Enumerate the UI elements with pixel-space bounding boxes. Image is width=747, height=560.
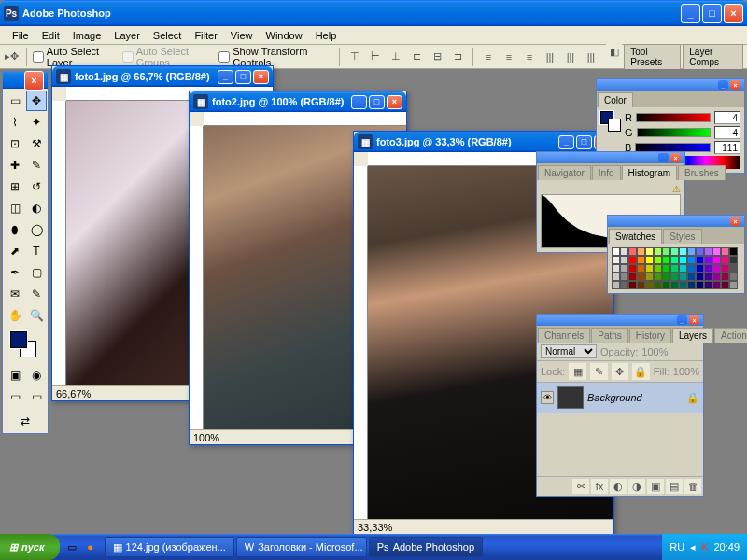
- swatch[interactable]: [696, 256, 704, 264]
- swatch[interactable]: [687, 247, 696, 256]
- swatch[interactable]: [612, 273, 620, 281]
- lock-all-icon[interactable]: 🔒: [632, 363, 650, 380]
- opacity-value[interactable]: 100%: [641, 346, 668, 357]
- swatch[interactable]: [654, 264, 662, 273]
- swatch[interactable]: [654, 247, 662, 256]
- align-hcenter-icon[interactable]: ⊟: [428, 49, 446, 65]
- doc1-minimize-button[interactable]: _: [218, 70, 233, 84]
- distribute-icon[interactable]: |||: [541, 49, 559, 65]
- swatch[interactable]: [712, 281, 721, 289]
- swatch[interactable]: [696, 247, 704, 256]
- swatch[interactable]: [729, 247, 738, 256]
- kaspersky-icon[interactable]: K: [701, 541, 708, 553]
- move-tool-icon[interactable]: ▸✥: [4, 49, 21, 65]
- bg-swatch[interactable]: [608, 119, 621, 132]
- align-right-icon[interactable]: ⊐: [448, 49, 467, 65]
- blend-mode-select[interactable]: Normal: [541, 344, 597, 358]
- swatch[interactable]: [637, 264, 645, 273]
- swatch[interactable]: [729, 281, 738, 289]
- swatch[interactable]: [645, 247, 654, 256]
- visibility-icon[interactable]: 👁: [541, 391, 554, 404]
- close-button[interactable]: ×: [724, 4, 743, 23]
- layer-row[interactable]: 👁 Background 🔒: [537, 383, 703, 413]
- notes-tool[interactable]: ✉: [5, 284, 25, 304]
- fill-value[interactable]: 100%: [673, 366, 699, 377]
- task-button[interactable]: PsAdobe Photoshop: [369, 537, 483, 557]
- group-icon[interactable]: ▣: [647, 479, 664, 494]
- distribute-icon[interactable]: ≡: [520, 49, 539, 65]
- swatch[interactable]: [704, 273, 712, 281]
- swatch[interactable]: [679, 273, 687, 281]
- zoom-tool[interactable]: 🔍: [26, 305, 47, 326]
- navigator-tab[interactable]: Navigator: [538, 165, 591, 180]
- swatch[interactable]: [687, 281, 696, 289]
- align-bottom-icon[interactable]: ⊥: [387, 49, 405, 65]
- task-button[interactable]: WЗаголовки - Microsof...: [236, 537, 367, 557]
- panel-close-button[interactable]: ×: [689, 315, 699, 325]
- swatch[interactable]: [670, 256, 679, 264]
- blur-tool[interactable]: ⬮: [5, 219, 25, 240]
- swatch[interactable]: [645, 273, 654, 281]
- g-value[interactable]: [714, 126, 740, 139]
- menu-file[interactable]: File: [6, 28, 35, 43]
- show-desktop-icon[interactable]: ▭: [63, 539, 80, 555]
- gradient-tool[interactable]: ◐: [26, 198, 47, 218]
- align-top-icon[interactable]: ⊤: [345, 49, 364, 65]
- doc2-titlebar[interactable]: ▦ foto2.jpg @ 100% (RGB/8#) _ □ ×: [190, 91, 406, 112]
- swatch[interactable]: [679, 256, 687, 264]
- auto-select-layer-checkbox[interactable]: Auto Select Layer: [33, 46, 117, 68]
- swatch[interactable]: [628, 273, 637, 281]
- swatch[interactable]: [645, 281, 654, 289]
- history-brush-tool[interactable]: ↺: [26, 176, 47, 197]
- quickmask-mode-icon[interactable]: ◉: [26, 365, 47, 385]
- swatch[interactable]: [670, 247, 679, 256]
- adjustment-layer-icon[interactable]: ◑: [628, 479, 645, 494]
- doc1-titlebar[interactable]: ▦ foto1.jpg @ 66,7% (RGB/8#) _ □ ×: [52, 66, 273, 87]
- swatch[interactable]: [620, 281, 628, 289]
- firefox-icon[interactable]: ●: [82, 539, 99, 555]
- swatch[interactable]: [679, 264, 687, 273]
- g-slider[interactable]: [637, 128, 711, 137]
- lock-transparency-icon[interactable]: ▦: [569, 363, 586, 380]
- swatch[interactable]: [704, 247, 712, 256]
- swatch[interactable]: [721, 273, 729, 281]
- doc1-close-button[interactable]: ×: [253, 70, 269, 84]
- align-vcenter-icon[interactable]: ⊢: [366, 49, 385, 65]
- doc3-titlebar[interactable]: ▦ foto3.jpg @ 33,3% (RGB/8#) _ □ ×: [354, 132, 613, 152]
- swatches-tab[interactable]: Swatches: [609, 229, 662, 244]
- swatch[interactable]: [637, 247, 645, 256]
- screenmode-icon[interactable]: ▭: [5, 386, 25, 407]
- swatch[interactable]: [679, 247, 687, 256]
- layers-tab[interactable]: Layers: [672, 328, 713, 343]
- move-tool[interactable]: ✥: [26, 91, 47, 111]
- panel-close-button[interactable]: ×: [670, 153, 681, 162]
- menu-image[interactable]: Image: [66, 28, 108, 43]
- swatch[interactable]: [712, 256, 721, 264]
- distribute-icon[interactable]: ≡: [479, 49, 498, 65]
- layer-comps-tab[interactable]: Layer Comps: [683, 44, 743, 70]
- layer-style-icon[interactable]: fx: [591, 479, 608, 494]
- info-tab[interactable]: Info: [592, 165, 621, 180]
- stamp-tool[interactable]: ⊞: [5, 176, 25, 197]
- swatch[interactable]: [620, 273, 628, 281]
- swatch[interactable]: [628, 264, 637, 273]
- swatch[interactable]: [662, 256, 670, 264]
- screenmode-icon[interactable]: ▭: [26, 386, 47, 407]
- doc3-minimize-button[interactable]: _: [558, 135, 574, 149]
- actions-tab[interactable]: Actions: [714, 328, 747, 343]
- swatch[interactable]: [637, 256, 645, 264]
- menu-window[interactable]: Window: [260, 28, 309, 43]
- swatch[interactable]: [721, 281, 729, 289]
- swatch[interactable]: [620, 256, 628, 264]
- brush-tool[interactable]: ✎: [26, 155, 47, 175]
- menu-select[interactable]: Select: [147, 28, 189, 43]
- swatch[interactable]: [628, 247, 637, 256]
- path-tool[interactable]: ⬈: [5, 241, 25, 261]
- swatch[interactable]: [712, 247, 721, 256]
- swatch[interactable]: [729, 264, 738, 273]
- show-transform-checkbox[interactable]: Show Transform Controls: [218, 46, 333, 68]
- swatch[interactable]: [696, 281, 704, 289]
- swatch[interactable]: [712, 273, 721, 281]
- swatch[interactable]: [679, 281, 687, 289]
- swatch[interactable]: [687, 264, 696, 273]
